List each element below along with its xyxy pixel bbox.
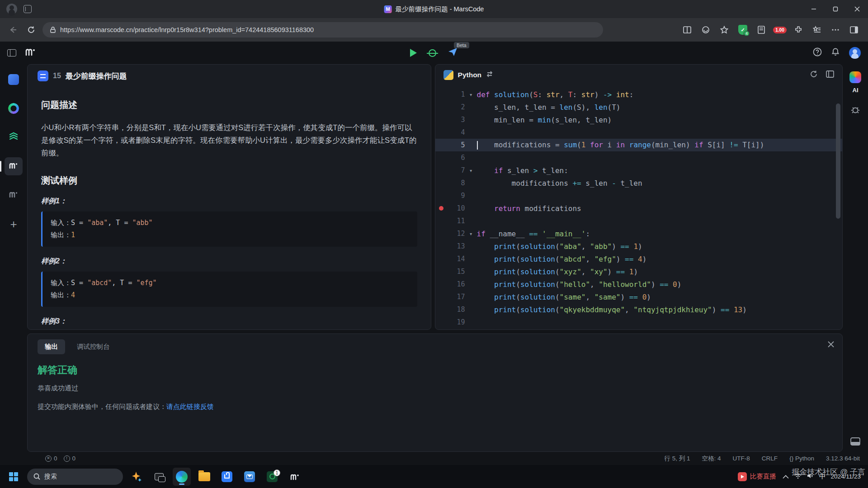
marscode-app-button[interactable] xyxy=(286,468,304,486)
browser-profile-icon[interactable] xyxy=(6,4,17,14)
favorite-star-icon[interactable] xyxy=(717,23,732,37)
favorites-bar-icon[interactable] xyxy=(809,23,825,37)
code-line[interactable]: 2 s_len, t_len = len(S), len(T) xyxy=(435,101,842,113)
code-line[interactable]: 13 print(solution("aba", "abb") == 1) xyxy=(435,240,842,253)
start-button[interactable] xyxy=(5,468,23,486)
editor-header: Python xyxy=(435,65,842,85)
address-bar[interactable]: https://www.marscode.cn/practice/lnrp0r1… xyxy=(42,22,603,38)
editor-body[interactable]: 1▾def solution(S: str, T: str) -> int:2 … xyxy=(435,85,842,329)
reset-code-icon[interactable] xyxy=(810,70,818,80)
live-broadcast-button[interactable]: 比赛直播 xyxy=(738,472,776,481)
errors-indicator[interactable]: ✕0 xyxy=(45,455,57,462)
code-line[interactable]: 1▾def solution(S: str, T: str) -> int: xyxy=(435,88,842,101)
problem-body[interactable]: 问题描述 小U和小R有两个字符串，分别是S和T，现在小U需要通过对S进行若干次操… xyxy=(28,87,431,329)
code-line[interactable]: 19 xyxy=(435,316,842,328)
output-tab-0[interactable]: 输出 xyxy=(38,339,65,354)
code-line[interactable]: 10 return modifications xyxy=(435,202,842,215)
line-number: 5 xyxy=(447,141,465,149)
language-switch-icon[interactable] xyxy=(486,71,493,79)
help-icon[interactable] xyxy=(813,47,822,58)
status-item[interactable]: {} Python xyxy=(789,455,814,462)
mail-button[interactable] xyxy=(241,468,259,486)
code-line[interactable]: 8 modifications += s_len - t_len xyxy=(435,177,842,189)
status-item[interactable]: 行 5, 列 1 xyxy=(665,455,690,463)
code-text: modifications = sum(1 for i in range(min… xyxy=(477,141,842,150)
url-text[interactable]: https://www.marscode.cn/practice/lnrp0r1… xyxy=(60,26,314,33)
fold-arrow-icon[interactable]: ▾ xyxy=(465,91,477,98)
code-line[interactable]: 15 print(solution("xyz", "xy") == 1) xyxy=(435,265,842,278)
notifications-bell-icon[interactable] xyxy=(831,47,840,58)
status-item[interactable]: UTF-8 xyxy=(733,455,750,462)
warnings-indicator[interactable]: !0 xyxy=(64,455,76,462)
sidebar-toggle-icon[interactable] xyxy=(846,23,862,37)
reading-list-icon[interactable] xyxy=(754,23,769,37)
sidebar-item-practice-active[interactable] xyxy=(5,157,23,175)
taskbar-search[interactable]: 搜索 xyxy=(27,469,123,485)
edge-button[interactable] xyxy=(173,468,191,486)
close-output-icon[interactable] xyxy=(828,341,834,349)
breakpoint-dot[interactable] xyxy=(435,206,447,211)
code-line[interactable]: 6 xyxy=(435,151,842,164)
file-explorer-button[interactable] xyxy=(195,468,213,486)
editor-scrollbar[interactable] xyxy=(836,103,840,219)
user-avatar[interactable] xyxy=(849,47,861,59)
output-tab-1[interactable]: 调试控制台 xyxy=(70,339,117,354)
submit-button[interactable]: Beta xyxy=(448,47,458,58)
format-code-icon[interactable] xyxy=(826,70,834,80)
status-item[interactable]: 空格: 4 xyxy=(702,455,721,463)
code-text: print(solution("aba", "abb") == 1) xyxy=(477,242,842,251)
fold-arrow-icon[interactable]: ▾ xyxy=(465,230,477,237)
sidebar-item-community[interactable] xyxy=(5,99,23,117)
adblock-shield-icon[interactable]: ✓ 4 xyxy=(735,23,750,37)
status-item[interactable]: 3.12.3 64-bit xyxy=(826,455,860,462)
code-line[interactable]: 12▾if __name__ == '__main__': xyxy=(435,227,842,240)
maximize-button[interactable] xyxy=(825,0,846,18)
rewards-icon[interactable]: 1.00 xyxy=(772,23,788,37)
store-button[interactable] xyxy=(218,468,236,486)
web-capture-icon[interactable] xyxy=(698,23,713,37)
code-line[interactable]: 5 modifications = sum(1 for i in range(m… xyxy=(435,139,842,151)
minimize-button[interactable] xyxy=(803,0,825,18)
tray-chevron-icon[interactable] xyxy=(783,473,789,481)
refresh-icon[interactable] xyxy=(24,23,38,37)
code-line[interactable]: 3 min_len = min(s_len, t_len) xyxy=(435,113,842,126)
problem-number: 15 xyxy=(53,72,61,80)
feedback-link[interactable]: 请点此链接反馈 xyxy=(166,403,214,410)
code-line[interactable]: 17 print(solution("same", "same") == 0) xyxy=(435,291,842,303)
ide-root: Beta + 15 xyxy=(0,42,868,465)
status-right-items: 行 5, 列 1空格: 4UTF-8CRLF{} Python3.12.3 64… xyxy=(665,455,860,463)
tab-groups-icon[interactable] xyxy=(24,5,32,13)
back-icon[interactable] xyxy=(6,23,20,37)
code-line[interactable]: 4 xyxy=(435,126,842,139)
extensions-icon[interactable] xyxy=(791,23,806,37)
code-line[interactable]: 11 xyxy=(435,215,842,227)
split-screen-icon[interactable] xyxy=(679,23,695,37)
lock-icon xyxy=(50,26,56,33)
toggle-bottom-panel-icon[interactable] xyxy=(850,437,860,447)
code-text: print(solution("xyz", "xy") == 1) xyxy=(477,267,842,276)
sidebar-layout-toggle-icon[interactable] xyxy=(7,49,16,56)
sidebar-item-levels[interactable] xyxy=(5,128,23,146)
status-item[interactable]: CRLF xyxy=(762,455,778,462)
task-view-button[interactable] xyxy=(150,468,168,486)
sidebar-item-add[interactable]: + xyxy=(5,215,23,233)
code-line[interactable]: 18 print(solution("qkyekbddmuyqe", "ntqy… xyxy=(435,303,842,316)
code-text: print(solution("abcd", "efg") == 4) xyxy=(477,255,842,263)
sidebar-item-projects[interactable] xyxy=(5,186,23,204)
close-button[interactable] xyxy=(846,0,868,18)
code-line[interactable]: 16 print(solution("hello", "helloworld")… xyxy=(435,278,842,291)
issue-report-icon[interactable] xyxy=(851,105,860,116)
copilot-button[interactable] xyxy=(127,468,146,486)
code-line[interactable]: 9 xyxy=(435,189,842,202)
more-menu-icon[interactable] xyxy=(828,23,843,37)
fold-arrow-icon[interactable]: ▾ xyxy=(465,167,477,174)
code-line[interactable]: 7▾ if s_len > t_len: xyxy=(435,164,842,177)
messaging-app-button[interactable]: 1 xyxy=(263,468,281,486)
run-button[interactable] xyxy=(410,49,417,57)
code-line[interactable]: 14 print(solution("abcd", "efg") == 4) xyxy=(435,253,842,265)
language-label: Python xyxy=(458,71,482,79)
ai-assistant-icon[interactable] xyxy=(849,71,861,83)
marscode-taskbar-icon xyxy=(289,472,300,482)
sidebar-item-explorer[interactable] xyxy=(5,70,23,89)
debug-button[interactable] xyxy=(429,49,436,57)
